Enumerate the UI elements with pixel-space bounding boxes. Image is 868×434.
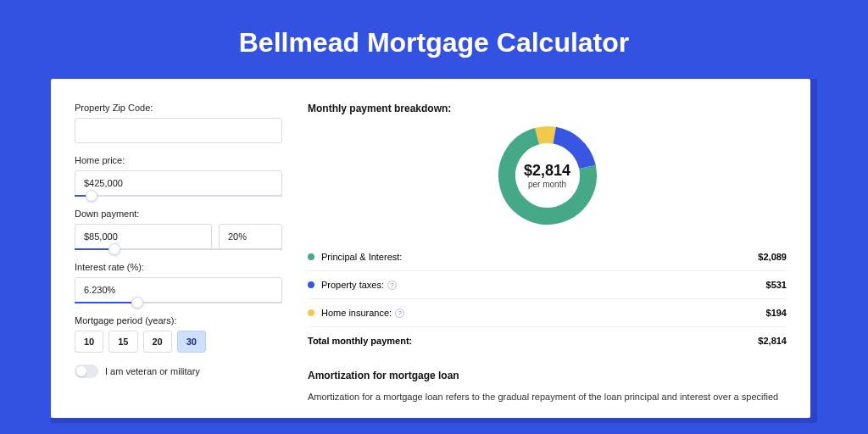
interest-rate-label: Interest rate (%):: [75, 262, 282, 272]
breakdown-value-insurance: $194: [766, 308, 787, 318]
payment-donut-chart: $2,814 per month: [497, 125, 598, 226]
down-payment-slider[interactable]: [75, 248, 282, 250]
breakdown-heading: Monthly payment breakdown:: [308, 103, 787, 114]
breakdown-row-taxes: Property taxes: ? $531: [308, 271, 787, 299]
breakdown-label-insurance: Home insurance: ?: [321, 308, 766, 318]
dot-principal: [308, 253, 314, 260]
page-title: Bellmead Mortgage Calculator: [0, 0, 868, 79]
zip-input[interactable]: [75, 118, 282, 143]
card-shadow: Property Zip Code: Home price: Down paym…: [51, 79, 817, 423]
down-payment-amount-input[interactable]: [75, 224, 212, 249]
zip-field-group: Property Zip Code:: [75, 103, 282, 143]
donut-sub: per month: [528, 180, 566, 189]
period-field-group: Mortgage period (years): 10 15 20 30: [75, 315, 282, 353]
dot-taxes: [308, 281, 314, 288]
breakdown-column: Monthly payment breakdown: $2,814 per mo…: [308, 103, 787, 418]
down-payment-field-group: Down payment:: [75, 209, 282, 250]
breakdown-label-total: Total monthly payment:: [308, 336, 758, 346]
breakdown-label-taxes-text: Property taxes:: [321, 280, 384, 290]
amortization-heading: Amortization for mortgage loan: [308, 370, 787, 381]
donut-container: $2,814 per month: [308, 125, 787, 226]
veteran-label: I am veteran or military: [105, 366, 200, 376]
home-price-input[interactable]: [75, 170, 282, 196]
breakdown-label-insurance-text: Home insurance:: [321, 308, 392, 318]
dot-insurance: [308, 309, 314, 316]
period-option-10[interactable]: 10: [75, 331, 103, 353]
veteran-row: I am veteran or military: [75, 364, 282, 378]
breakdown-row-insurance: Home insurance: ? $194: [308, 299, 787, 327]
veteran-toggle-knob: [76, 366, 86, 376]
home-price-slider-thumb[interactable]: [86, 190, 97, 202]
breakdown-list: Principal & Interest: $2,089 Property ta…: [308, 243, 787, 354]
calculator-card: Property Zip Code: Home price: Down paym…: [51, 79, 810, 418]
form-column: Property Zip Code: Home price: Down paym…: [75, 103, 282, 418]
interest-rate-slider-fill: [75, 302, 137, 303]
interest-rate-input[interactable]: [75, 277, 282, 303]
home-price-label: Home price:: [75, 155, 282, 165]
help-icon[interactable]: ?: [395, 309, 404, 318]
breakdown-value-total: $2,814: [758, 336, 787, 346]
down-payment-label: Down payment:: [75, 209, 282, 219]
donut-amount: $2,814: [524, 162, 570, 180]
donut-center: $2,814 per month: [497, 125, 598, 226]
down-payment-percent-input[interactable]: [219, 224, 282, 249]
interest-rate-slider-thumb[interactable]: [131, 297, 143, 309]
help-icon[interactable]: ?: [387, 281, 397, 290]
down-payment-slider-thumb[interactable]: [108, 243, 120, 255]
breakdown-value-taxes: $531: [766, 280, 787, 290]
breakdown-row-total: Total monthly payment: $2,814: [308, 327, 787, 354]
interest-rate-field-group: Interest rate (%):: [75, 262, 282, 303]
breakdown-label-principal: Principal & Interest:: [321, 252, 758, 262]
home-price-field-group: Home price:: [75, 155, 282, 197]
home-price-slider[interactable]: [75, 195, 282, 197]
period-option-20[interactable]: 20: [143, 331, 172, 353]
veteran-toggle[interactable]: [75, 364, 98, 378]
period-option-30[interactable]: 30: [177, 331, 206, 353]
breakdown-label-taxes: Property taxes: ?: [321, 280, 766, 290]
period-options: 10 15 20 30: [75, 331, 282, 353]
amortization-text: Amortization for a mortgage loan refers …: [308, 390, 787, 404]
breakdown-row-principal: Principal & Interest: $2,089: [308, 243, 787, 271]
period-label: Mortgage period (years):: [75, 315, 282, 326]
amortization-section: Amortization for mortgage loan Amortizat…: [308, 370, 787, 404]
period-option-15[interactable]: 15: [108, 331, 137, 353]
interest-rate-slider[interactable]: [75, 302, 282, 303]
breakdown-value-principal: $2,089: [758, 252, 787, 262]
zip-label: Property Zip Code:: [75, 103, 282, 113]
